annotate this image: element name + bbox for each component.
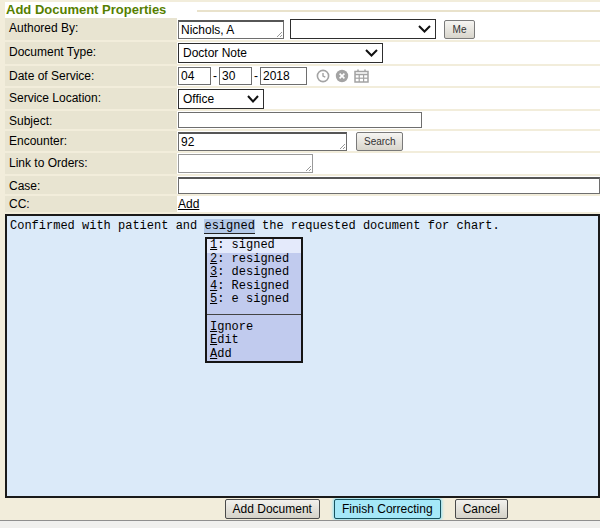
spell-suggestion-3[interactable]: 3: designed [207, 266, 301, 280]
cancel-button[interactable]: Cancel [455, 499, 508, 519]
row-case: Case: [5, 176, 600, 194]
authored-by-label: Authored By: [5, 18, 177, 40]
spell-check-menu: 1: signed 2: resigned 3: designed 4: Res… [205, 237, 303, 363]
panel-header: Add Document Properties [5, 2, 600, 18]
spell-suggestion-5[interactable]: 5: e signed [207, 293, 301, 307]
row-subject: Subject: [5, 111, 600, 129]
document-type-label: Document Type: [5, 42, 177, 64]
me-button[interactable]: Me [444, 20, 475, 39]
spell-action-edit[interactable]: Edit [207, 334, 301, 348]
footer-button-bar: Add Document Finish Correcting Cancel [5, 498, 600, 520]
finish-correcting-button[interactable]: Finish Correcting [334, 499, 441, 519]
spell-suggestion-4[interactable]: 4: Resigned [207, 280, 301, 294]
document-type-select-value: Doctor Note [183, 46, 361, 60]
add-document-properties-panel: Add Document Properties Authored By: Me … [0, 0, 600, 520]
date-separator: - [213, 69, 217, 83]
cc-add-link[interactable]: Add [178, 197, 199, 211]
page-bottom-strip [0, 520, 600, 528]
date-year-input[interactable] [260, 67, 307, 85]
clear-icon[interactable] [335, 69, 349, 83]
date-month-input[interactable] [178, 67, 211, 85]
header-rule [197, 10, 600, 12]
page-title: Add Document Properties [6, 2, 166, 17]
date-of-service-label: Date of Service: [5, 66, 177, 86]
row-cc: CC: Add [5, 196, 600, 212]
service-location-select[interactable]: Office [178, 89, 264, 109]
case-label: Case: [5, 176, 177, 194]
editor-text-before: Confirmed with patient and [10, 219, 204, 233]
chevron-down-icon [247, 95, 259, 103]
calendar-icon[interactable] [354, 69, 369, 83]
misspelled-word[interactable]: esigned [204, 219, 254, 234]
menu-separator [207, 314, 301, 315]
row-authored-by: Authored By: Me [5, 18, 600, 40]
case-input[interactable] [178, 177, 600, 194]
service-location-select-value: Office [183, 92, 243, 106]
date-separator: - [254, 69, 258, 83]
encounter-input[interactable] [178, 132, 347, 151]
cc-label: CC: [5, 196, 177, 212]
row-service-location: Service Location: Office [5, 88, 600, 109]
subject-label: Subject: [5, 111, 177, 129]
link-to-orders-label: Link to Orders: [5, 153, 177, 174]
row-link-to-orders: Link to Orders: [5, 153, 600, 174]
resize-grip-icon[interactable] [276, 31, 283, 38]
authored-by-secondary-select[interactable] [290, 19, 436, 39]
document-text-editor[interactable]: Confirmed with patient and esigned the r… [5, 214, 600, 498]
spell-suggestion-1[interactable]: 1: signed [207, 239, 301, 253]
editor-text: Confirmed with patient and esigned the r… [7, 216, 598, 233]
editor-text-after: the requested document for chart. [255, 219, 500, 233]
row-date-of-service: Date of Service: - - [5, 66, 600, 86]
date-day-input[interactable] [219, 67, 252, 85]
row-document-type: Document Type: Doctor Note [5, 42, 600, 64]
authored-by-input[interactable] [178, 20, 284, 39]
document-type-select[interactable]: Doctor Note [178, 43, 383, 63]
search-button[interactable]: Search [356, 132, 403, 151]
link-to-orders-input[interactable] [178, 154, 313, 173]
row-encounter: Encounter: Search [5, 131, 600, 151]
subject-input[interactable] [178, 112, 422, 128]
chevron-down-icon [365, 49, 378, 57]
spell-suggestion-2[interactable]: 2: resigned [207, 253, 301, 267]
chevron-down-icon [418, 25, 431, 33]
service-location-label: Service Location: [5, 88, 177, 109]
resize-grip-icon[interactable] [305, 165, 312, 172]
spell-action-add[interactable]: Add [207, 348, 301, 362]
encounter-label: Encounter: [5, 131, 177, 151]
add-document-button[interactable]: Add Document [225, 499, 320, 519]
spell-action-ignore[interactable]: Ignore [207, 321, 301, 335]
clock-icon[interactable] [316, 69, 330, 83]
resize-grip-icon[interactable] [339, 143, 346, 150]
